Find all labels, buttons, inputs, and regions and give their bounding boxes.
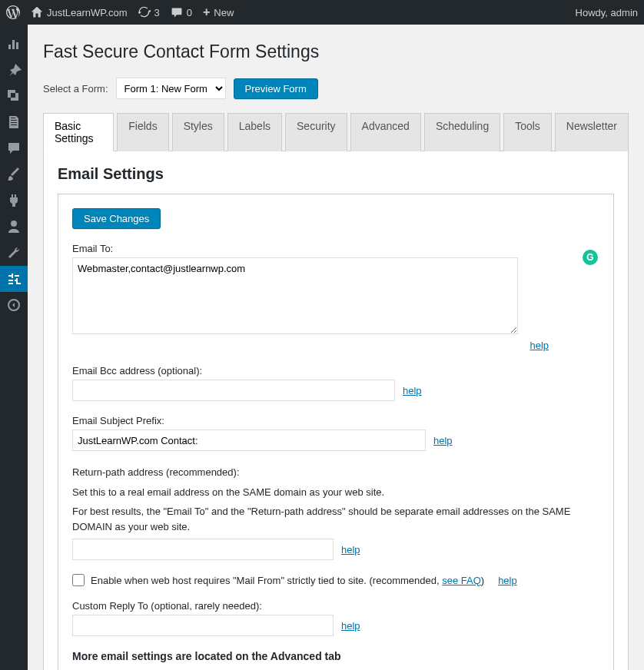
mail-from-label-pre: Enable when web host requires "Mail From… (91, 575, 442, 586)
collapse-icon (6, 297, 22, 313)
field-mail-from: Enable when web host requires "Mail From… (72, 574, 599, 586)
tab-security[interactable]: Security (285, 113, 347, 151)
mail-from-label-post: ) (481, 575, 484, 586)
settings-box: G Save Changes Email To: Webmaster,conta… (58, 194, 614, 670)
return-path-desc2: For best results, the "Email To" and the… (72, 504, 599, 534)
field-email-to: Email To: Webmaster,contact@justlearnwp.… (72, 243, 599, 351)
site-link[interactable]: JustLearnWP.com (31, 6, 128, 18)
howdy[interactable]: Howdy, admin (576, 7, 638, 18)
return-path-input[interactable] (72, 539, 334, 560)
mail-from-help[interactable]: help (498, 575, 517, 586)
form-select[interactable]: Form 1: New Form (116, 78, 226, 99)
comments-count: 0 (187, 7, 192, 18)
sidebar-tools[interactable] (0, 240, 28, 266)
return-path-desc1: Set this to a real email address on the … (72, 485, 599, 500)
tab-labels[interactable]: Labels (227, 113, 282, 151)
sliders-icon (6, 271, 22, 287)
subject-prefix-help[interactable]: help (433, 435, 453, 446)
media-icon (6, 88, 22, 104)
update-icon (138, 6, 151, 18)
plug-icon (6, 193, 22, 208)
tab-fields[interactable]: Fields (117, 113, 168, 151)
main-content: Fast Secure Contact Form Settings Select… (28, 25, 644, 670)
bcc-label: Email Bcc address (optional): (72, 365, 599, 376)
field-reply-to: Custom Reply To (optional, rarely needed… (72, 600, 599, 636)
return-path-help[interactable]: help (341, 544, 360, 556)
email-to-help[interactable]: help (529, 340, 549, 351)
gauge-icon (6, 36, 22, 51)
email-to-textarea[interactable]: Webmaster,contact@justlearnwp.com (72, 257, 518, 334)
tab-newsletter[interactable]: Newsletter (555, 113, 629, 151)
sidebar-pages[interactable] (0, 109, 28, 135)
updates-link[interactable]: 3 (138, 6, 160, 18)
updates-count: 3 (154, 7, 160, 18)
site-name: JustLearnWP.com (47, 7, 128, 18)
sidebar-users[interactable] (0, 214, 28, 240)
tab-tools[interactable]: Tools (503, 113, 552, 151)
sidebar-posts[interactable] (0, 57, 28, 83)
wordpress-icon (6, 5, 20, 19)
reply-to-help[interactable]: help (341, 620, 360, 632)
brush-icon (6, 167, 22, 182)
tab-basic-settings[interactable]: Basic Settings (43, 113, 114, 151)
tab-content: Email Settings G Save Changes Email To: … (43, 151, 629, 670)
page-title: Fast Secure Contact Form Settings (43, 41, 629, 62)
new-text: New (214, 7, 234, 18)
nav-tabs: Basic Settings Fields Styles Labels Secu… (43, 113, 629, 151)
advanced-note: More email settings are located on the A… (72, 650, 599, 662)
mail-from-checkbox[interactable] (72, 574, 85, 586)
tab-advanced[interactable]: Advanced (350, 113, 421, 151)
form-select-row: Select a Form: Form 1: New Form Preview … (43, 78, 629, 99)
comment-icon (171, 6, 183, 18)
page-icon (6, 114, 22, 130)
comments-link[interactable]: 0 (171, 6, 192, 18)
section-title: Email Settings (58, 165, 614, 183)
save-changes-top-button[interactable]: Save Changes (72, 208, 161, 229)
reply-to-label: Custom Reply To (optional, rarely needed… (72, 600, 599, 612)
mail-from-faq-link[interactable]: see FAQ (442, 575, 481, 586)
new-link[interactable]: + New (203, 5, 234, 19)
subject-prefix-label: Email Subject Prefix: (72, 415, 599, 426)
comment-icon (6, 141, 22, 156)
tab-scheduling[interactable]: Scheduling (424, 113, 500, 151)
admin-bar: JustLearnWP.com 3 0 + New Howdy, admin (0, 0, 644, 25)
tab-styles[interactable]: Styles (172, 113, 224, 151)
adminbar-left: JustLearnWP.com 3 0 + New (6, 5, 234, 19)
sidebar-plugins[interactable] (0, 187, 28, 214)
sidebar-media[interactable] (0, 83, 28, 109)
field-return-path: Return-path address (recommended): Set t… (72, 465, 599, 560)
user-icon (6, 219, 22, 234)
bcc-help[interactable]: help (403, 385, 422, 396)
plus-icon: + (203, 5, 210, 19)
field-subject-prefix: Email Subject Prefix: help (72, 415, 599, 451)
reply-to-input[interactable] (72, 615, 334, 636)
home-icon (31, 6, 43, 18)
bcc-input[interactable] (72, 380, 395, 401)
sidebar-dashboard[interactable] (0, 31, 28, 57)
subject-prefix-input[interactable] (72, 430, 426, 451)
sidebar-collapse[interactable] (0, 292, 28, 318)
email-to-label: Email To: (72, 243, 599, 254)
sidebar-settings[interactable] (0, 266, 28, 292)
field-bcc: Email Bcc address (optional): help (72, 365, 599, 401)
sidebar-comments[interactable] (0, 135, 28, 161)
return-path-label: Return-path address (recommended): (72, 465, 599, 480)
wrench-icon (6, 245, 22, 260)
pin-icon (6, 62, 22, 78)
form-select-label: Select a Form: (43, 83, 108, 95)
preview-form-button[interactable]: Preview Form (234, 78, 318, 99)
wp-logo[interactable] (6, 5, 20, 19)
grammarly-icon[interactable]: G (583, 250, 598, 265)
sidebar-appearance[interactable] (0, 161, 28, 187)
admin-sidebar (0, 25, 28, 670)
